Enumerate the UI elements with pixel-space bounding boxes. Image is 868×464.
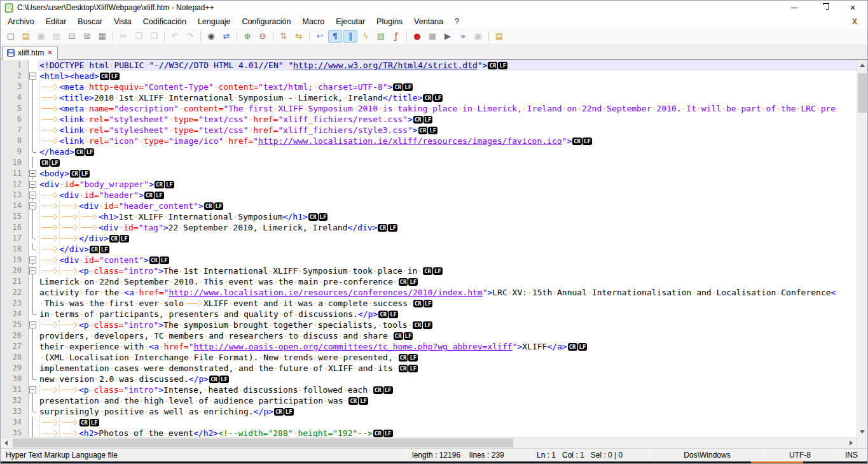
toolbar-show-indent-guide-icon[interactable]: ∥: [343, 30, 357, 43]
code-text[interactable]: <div·id="body_wrapper">CRLF: [38, 179, 857, 190]
code-text[interactable]: <p·class="intro">Intense,·heated·discuss…: [38, 384, 857, 395]
code-text[interactable]: implementation·cases·were·demonstrated,·…: [38, 363, 857, 374]
toolbar-sync-vertical-scroll-icon[interactable]: ⇅: [277, 30, 291, 43]
tab-close-icon[interactable]: ✕: [47, 50, 52, 56]
toolbar-show-all-characters-icon[interactable]: ¶: [328, 30, 342, 43]
toolbar-close-file-icon[interactable]: ⊟: [65, 30, 79, 43]
code-text[interactable]: CRLF: [38, 157, 857, 168]
close-document-x[interactable]: X: [852, 17, 857, 26]
code-text[interactable]: <meta·http-equiv="Content-Type"·content=…: [38, 81, 857, 92]
code-text[interactable]: <div·id="tag">22·September·2010,·Limeric…: [38, 222, 857, 233]
menu-plugins[interactable]: Plugins: [371, 16, 408, 27]
code-text[interactable]: <link·rel="stylesheet"·type="text/css"·h…: [38, 114, 857, 125]
toolbar-define-language-icon[interactable]: ϟ: [359, 30, 373, 43]
menu-help[interactable]: ?: [449, 16, 465, 27]
code-text[interactable]: <p·class="intro">The·1st·International·X…: [38, 265, 857, 276]
code-text[interactable]: <link·rel="icon"·type="image/ico"·href="…: [38, 136, 857, 146]
toolbar-replace-icon[interactable]: ⇄: [219, 30, 233, 43]
horizontal-scroll-track[interactable]: [11, 438, 846, 448]
toolbar-close-all-icon[interactable]: ⊠: [80, 30, 94, 43]
toolbar-print-icon[interactable]: ▦: [95, 30, 109, 43]
code-text[interactable]: <div·id="header_content">CRLF: [38, 200, 857, 211]
menu-buscar[interactable]: Buscar: [72, 16, 108, 27]
close-button[interactable]: ✕: [838, 1, 867, 15]
code-text[interactable]: <h2>Photos·of·the·event</h2><!--width="2…: [38, 428, 857, 437]
code-text[interactable]: surprisingly·positive·as·well·as·enrichi…: [38, 406, 857, 417]
editor-lines[interactable]: 1<!DOCTYPE·html·PUBLIC·"-//W3C//DTD·HTML…: [1, 60, 857, 437]
code-text[interactable]: <html><head>CRLF: [38, 71, 857, 81]
code-text[interactable]: </div>CRLF: [38, 244, 857, 255]
fold-marker[interactable]: [29, 179, 38, 190]
horizontal-scroll-thumb[interactable]: [13, 439, 513, 447]
code-text[interactable]: <link·rel="stylesheet"·type="text/css"·h…: [38, 125, 857, 136]
vertical-scroll-track[interactable]: [857, 71, 867, 426]
menu-archivo[interactable]: Archivo: [2, 16, 40, 27]
scroll-right-arrow[interactable]: [846, 438, 857, 448]
toolbar-macro-record-icon[interactable]: ●: [410, 30, 424, 43]
status-insert-mode[interactable]: INS: [836, 449, 867, 461]
code-text[interactable]: providers,·developers,·TC·members·and·re…: [38, 330, 857, 341]
menu-ejecutar[interactable]: Ejecutar: [330, 16, 371, 27]
code-text[interactable]: new·version·2.0·was·discussed.</p>CRLF: [38, 374, 857, 384]
code-text[interactable]: ·(XML·Localisation·Interchange·File·Form…: [38, 352, 857, 363]
code-text[interactable]: <title>2010·1st·XLIFF·International·Symp…: [38, 92, 857, 103]
menu-macro[interactable]: Macro: [297, 16, 331, 27]
toolbar-zoom-out-icon[interactable]: ⊖: [256, 30, 270, 43]
code-text[interactable]: </head>CRLF: [38, 146, 857, 157]
toolbar-function-list-icon[interactable]: ƒ: [389, 30, 403, 43]
minimize-button[interactable]: [780, 1, 809, 15]
fold-margin: [29, 363, 38, 374]
code-text[interactable]: <p·class="intro">The·symposium·brought·t…: [38, 320, 857, 330]
status-eol-format[interactable]: Dos\Windows: [650, 449, 764, 461]
code-text[interactable]: ·This·was·the·first·ever·soloXLIFF·event…: [38, 298, 857, 309]
toolbar-find-icon[interactable]: ◉: [204, 30, 218, 43]
scroll-up-arrow[interactable]: [857, 60, 867, 71]
code-text[interactable]: </div>CRLF: [38, 233, 857, 244]
fold-marker[interactable]: [29, 384, 38, 395]
toolbar-document-map-icon[interactable]: ▧: [374, 30, 388, 43]
code-text[interactable]: <div·id="content">CRLF: [38, 255, 857, 265]
toolbar-sync-horizontal-scroll-icon[interactable]: ⇆: [292, 30, 306, 43]
scroll-down-arrow[interactable]: [857, 426, 867, 437]
fold-marker[interactable]: [29, 255, 38, 265]
fold-marker[interactable]: [29, 320, 38, 330]
code-text[interactable]: in·terms·of·participants,·presenters·and…: [38, 309, 857, 320]
horizontal-scrollbar[interactable]: [1, 437, 857, 448]
scroll-left-arrow[interactable]: [1, 438, 11, 448]
menu-lenguaje[interactable]: Lenguaje: [192, 16, 236, 27]
status-encoding[interactable]: UTF-8: [765, 449, 835, 461]
cr-eol-mark: CR: [423, 267, 432, 275]
code-text[interactable]: <meta·name="description"·content="The·fi…: [38, 103, 857, 114]
code-text[interactable]: <div·id="header">CRLF: [38, 190, 857, 200]
code-text[interactable]: CRLF: [38, 417, 857, 428]
menu-ventana[interactable]: Ventana: [408, 16, 449, 27]
code-text[interactable]: presentation·and·the·high·level·of·audie…: [38, 395, 857, 406]
menu-editar[interactable]: Editar: [40, 16, 72, 27]
fold-marker[interactable]: [29, 265, 38, 276]
toolbar-word-wrap-icon[interactable]: ↩: [313, 30, 327, 43]
restore-button[interactable]: [809, 1, 838, 15]
vertical-scroll-thumb[interactable]: [858, 73, 867, 113]
menu-configuracion[interactable]: Configuración: [236, 16, 296, 27]
fold-marker[interactable]: [29, 200, 38, 211]
toolbar-macro-play-icon[interactable]: ▶: [441, 30, 455, 43]
toolbar-new-file-icon[interactable]: ▢: [4, 30, 18, 43]
code-text[interactable]: their·experience·with·<a·href="http://ww…: [38, 341, 857, 352]
toolbar-open-file-icon[interactable]: ▤: [19, 30, 33, 43]
menu-codificacion[interactable]: Codificación: [137, 16, 192, 27]
toolbar-plugins-icon[interactable]: ▤: [492, 30, 506, 43]
toolbar-macro-run-multiple-icon[interactable]: »: [456, 30, 470, 43]
fold-marker[interactable]: [29, 190, 38, 200]
vertical-scrollbar[interactable]: [857, 60, 867, 448]
tab-xliff-htm[interactable]: xliff.htm ✕: [2, 46, 58, 60]
code-text[interactable]: <h1>1st·XLIFF·International·Symposium</h…: [38, 211, 857, 222]
code-text[interactable]: Limerick·on·22nd·September·2010.·This·ev…: [38, 276, 857, 287]
fold-marker[interactable]: [29, 168, 38, 179]
code-text[interactable]: <!DOCTYPE·html·PUBLIC·"-//W3C//DTD·HTML·…: [38, 60, 857, 71]
code-text[interactable]: <body>CRLF: [38, 168, 857, 179]
menu-vista[interactable]: Vista: [108, 16, 137, 27]
line-number: 33: [1, 406, 29, 417]
fold-marker[interactable]: [29, 71, 38, 81]
toolbar-zoom-in-icon[interactable]: ⊕: [240, 30, 254, 43]
code-text[interactable]: activity·for·the·<a·href="http://www.loc…: [38, 287, 857, 298]
